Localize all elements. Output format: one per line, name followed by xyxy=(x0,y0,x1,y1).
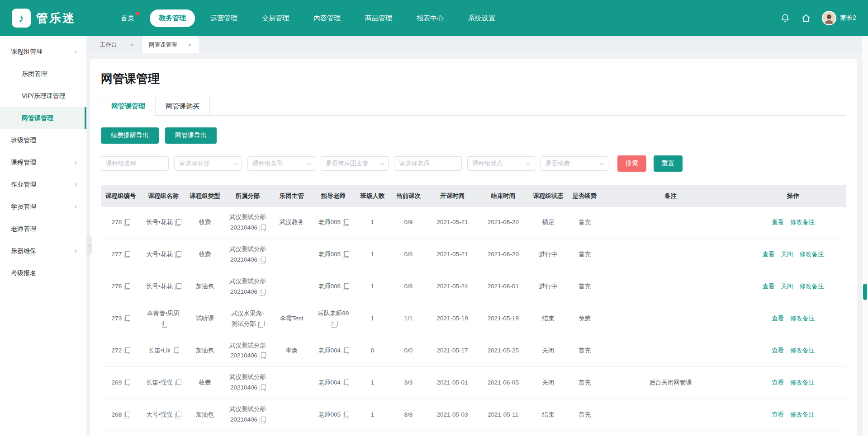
bell-icon[interactable] xyxy=(780,13,790,23)
copy-icon[interactable] xyxy=(162,321,167,327)
sidebar-item[interactable]: 学员管理∨ xyxy=(0,196,86,218)
sub-tab[interactable]: 网管课管理 xyxy=(101,97,156,116)
sidebar-collapse-handle[interactable]: ‹ xyxy=(86,235,92,256)
action-close[interactable]: 关闭 xyxy=(781,281,793,292)
sidebar-item[interactable]: 老师管理 xyxy=(0,218,86,240)
top-nav-item[interactable]: 内容管理 xyxy=(304,9,350,27)
cell-name: 单簧管•思思 xyxy=(140,303,186,335)
cell-text: 长号•花花 xyxy=(142,281,185,292)
sidebar-item[interactable]: 班级管理 xyxy=(0,129,86,151)
action-edit-remark[interactable]: 修改备注 xyxy=(790,314,815,324)
copy-icon[interactable] xyxy=(124,347,129,353)
copy-icon[interactable] xyxy=(260,289,265,295)
copy-icon[interactable] xyxy=(260,257,265,263)
copy-icon[interactable] xyxy=(124,412,129,417)
column-header-lessons: 当前课次 xyxy=(390,185,427,207)
close-icon[interactable]: × xyxy=(188,42,192,48)
copy-icon[interactable] xyxy=(260,225,265,230)
sidebar-item[interactable]: 考级报名 xyxy=(0,262,86,284)
copy-icon[interactable] xyxy=(260,352,265,358)
action-view[interactable]: 查看 xyxy=(772,346,784,356)
copy-icon[interactable] xyxy=(175,219,180,225)
scrollbar-thumb[interactable] xyxy=(863,284,867,300)
copy-icon[interactable] xyxy=(124,315,129,321)
table-head: 课程组编号课程组名称课程组类型所属分部乐团主管指导老师班级人数当前课次开课时间结… xyxy=(101,185,846,207)
copy-icon[interactable] xyxy=(343,219,348,225)
sidebar-subitem[interactable]: 乐团管理 xyxy=(0,63,86,85)
cell-text: 老师005 xyxy=(313,410,353,420)
search-button[interactable]: 搜索 xyxy=(617,155,646,172)
filter-input[interactable]: 课程组名称 xyxy=(101,156,169,171)
cell-text: 20210406 xyxy=(225,223,270,233)
column-header-end: 结束时间 xyxy=(478,185,528,207)
copy-icon[interactable] xyxy=(124,283,129,289)
action-view[interactable]: 查看 xyxy=(772,314,784,324)
top-nav-item[interactable]: 报表中心 xyxy=(408,9,453,27)
sidebar-item[interactable]: 课程组管理∧ xyxy=(0,41,86,63)
copy-icon[interactable] xyxy=(343,380,348,385)
user-name: 家长2 xyxy=(840,14,856,22)
sub-tab[interactable]: 网管课购买 xyxy=(156,97,210,116)
action-edit-remark[interactable]: 修改备注 xyxy=(790,410,815,420)
column-header-type: 课程组类型 xyxy=(186,185,223,207)
sidebar-subitem[interactable]: 网管课管理 xyxy=(0,107,86,129)
copy-icon[interactable] xyxy=(343,412,348,417)
action-view[interactable]: 查看 xyxy=(772,217,784,228)
copy-icon[interactable] xyxy=(258,321,264,327)
sidebar-item[interactable]: 课程管理∨ xyxy=(0,151,86,173)
action-edit-remark[interactable]: 修改备注 xyxy=(790,217,815,228)
action-view[interactable]: 查看 xyxy=(772,378,784,388)
action-edit-remark[interactable]: 修改备注 xyxy=(790,378,815,388)
filter-input[interactable]: 请选择老师 xyxy=(394,156,462,171)
top-nav-item[interactable]: 系统设置 xyxy=(459,9,504,27)
filter-select[interactable]: 请选择分部 xyxy=(174,156,242,171)
page-scrollbar[interactable] xyxy=(862,36,868,436)
copy-icon[interactable] xyxy=(173,347,178,353)
action-edit-remark[interactable]: 修改备注 xyxy=(799,281,824,292)
export-button[interactable]: 网管课导出 xyxy=(165,127,217,144)
view-tab[interactable]: 网管课管理× xyxy=(142,36,199,53)
copy-icon[interactable] xyxy=(343,283,348,289)
export-button[interactable]: 续费提醒导出 xyxy=(101,127,159,144)
user-menu[interactable]: 家长2 xyxy=(822,11,856,25)
sidebar-subitem[interactable]: VIP/乐理课管理 xyxy=(0,85,86,107)
copy-icon[interactable] xyxy=(343,347,348,353)
top-nav-item[interactable]: 交易管理 xyxy=(253,9,298,27)
logo[interactable]: ♪ 管乐迷 xyxy=(12,9,76,28)
copy-icon[interactable] xyxy=(124,251,129,257)
cell-status: 关闭 xyxy=(529,335,568,367)
copy-icon[interactable] xyxy=(124,380,129,385)
copy-icon[interactable] xyxy=(175,283,180,289)
filter-select[interactable]: 课程组状态 xyxy=(467,156,535,171)
copy-icon[interactable] xyxy=(175,251,180,257)
copy-icon[interactable] xyxy=(260,417,265,422)
copy-icon[interactable] xyxy=(175,380,180,385)
top-nav-item[interactable]: 运营管理 xyxy=(201,9,247,27)
filter-select[interactable]: 是否续费 xyxy=(541,156,608,171)
sidebar-item[interactable]: 乐器维保∨ xyxy=(0,240,86,262)
copy-icon[interactable] xyxy=(332,321,337,327)
home-icon[interactable] xyxy=(801,13,811,23)
copy-icon[interactable] xyxy=(260,384,265,390)
top-nav-item[interactable]: 首页 xyxy=(112,9,143,27)
action-edit-remark[interactable]: 修改备注 xyxy=(790,346,815,356)
filter-select[interactable]: 是否有乐团主管 xyxy=(321,156,389,171)
copy-icon[interactable] xyxy=(175,412,180,417)
action-edit-remark[interactable]: 修改备注 xyxy=(799,249,824,260)
top-nav-item[interactable]: 教务管理 xyxy=(150,9,195,27)
table-row: 278长号•花花收费武汉测试分部20210406武汉教务老师00510/9202… xyxy=(101,207,846,239)
sidebar: 课程组管理∧乐团管理VIP/乐理课管理网管课管理班级管理课程管理∨作业管理∨学员… xyxy=(0,36,86,436)
filter-select[interactable]: 课程组类型 xyxy=(247,156,315,171)
action-view[interactable]: 查看 xyxy=(772,410,784,420)
view-tab[interactable]: 工作台× xyxy=(93,36,142,53)
action-view[interactable]: 查看 xyxy=(762,281,774,292)
close-icon[interactable]: × xyxy=(131,42,134,48)
cell-students: 1 xyxy=(355,367,390,399)
sidebar-item[interactable]: 作业管理∨ xyxy=(0,173,86,196)
copy-icon[interactable] xyxy=(343,251,348,257)
action-close[interactable]: 关闭 xyxy=(781,249,793,260)
top-nav-item[interactable]: 商品管理 xyxy=(356,9,401,27)
action-view[interactable]: 查看 xyxy=(762,249,774,260)
reset-button[interactable]: 重置 xyxy=(654,155,683,172)
copy-icon[interactable] xyxy=(124,219,129,225)
